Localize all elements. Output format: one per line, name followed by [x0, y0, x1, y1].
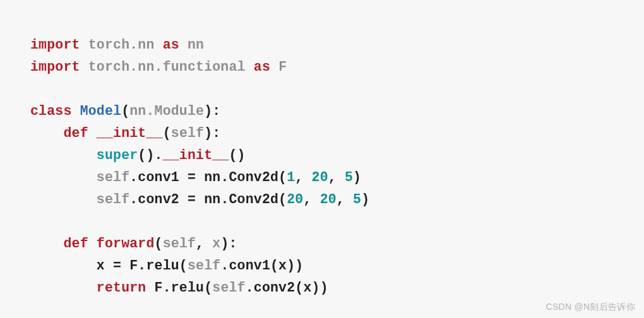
kw-def: def — [63, 126, 88, 141]
dot: . — [246, 280, 254, 295]
paren-close-colon: ): — [204, 126, 220, 141]
number: 20 — [320, 192, 337, 207]
line-5: def __init__(self): — [30, 126, 220, 141]
attr-assign: conv2 = nn.Conv2d( — [138, 192, 287, 207]
paren-open: ( — [155, 236, 163, 251]
param-self: self — [171, 126, 204, 141]
paren-close: ) — [361, 192, 369, 207]
number: 1 — [287, 170, 295, 185]
parens: () — [229, 148, 245, 163]
dot: . — [220, 258, 229, 273]
number: 5 — [353, 192, 361, 207]
line-11: x = F.relu(self.conv1(x)) — [30, 258, 303, 273]
kw-import: import — [30, 59, 80, 74]
method-call: conv1(x)) — [229, 258, 303, 273]
kw-return: return — [97, 280, 146, 295]
kw-as: as — [163, 37, 179, 52]
self: self — [188, 258, 220, 273]
line-12: return F.relu(self.conv2(x)) — [30, 280, 328, 295]
class-name: Model — [80, 103, 122, 119]
dot: . — [129, 170, 138, 185]
line-4: class Model(nn.Module): — [30, 103, 220, 119]
number: 20 — [287, 192, 303, 207]
number: 20 — [312, 170, 328, 185]
watermark: CSDN @N刻后告诉你 — [546, 302, 635, 313]
kw-as: as — [254, 59, 270, 74]
code-block: import torch.nn as nn import torch.nn.fu… — [0, 0, 644, 318]
alias: F — [278, 59, 287, 74]
self: self — [97, 170, 129, 185]
comma: , — [328, 170, 345, 185]
paren-open: ( — [121, 103, 129, 119]
number: 5 — [345, 170, 353, 185]
comma: , — [337, 192, 353, 207]
call-dot: (). — [138, 148, 162, 163]
kw-def: def — [63, 236, 88, 251]
module: torch.nn — [88, 37, 155, 52]
paren-close-colon: ): — [220, 236, 237, 251]
comma: , — [303, 192, 319, 207]
func-name: __init__ — [163, 148, 229, 163]
line-1: import torch.nn as nn — [30, 37, 204, 52]
comma: , — [196, 236, 212, 251]
alias: nn — [188, 37, 204, 52]
self: self — [212, 280, 245, 295]
comma: , — [295, 170, 311, 185]
base-class: nn.Module — [129, 103, 204, 119]
module: torch.nn.functional — [88, 59, 246, 74]
func-name: __init__ — [97, 126, 163, 141]
paren-close: ) — [353, 170, 361, 185]
kw-import: import — [30, 37, 80, 52]
line-7: self.conv1 = nn.Conv2d(1, 20, 5) — [30, 170, 361, 185]
kw-class: class — [30, 103, 72, 119]
attr-assign: conv1 = nn.Conv2d( — [138, 170, 287, 185]
line-2: import torch.nn.functional as F — [30, 59, 287, 74]
call: F.relu( — [146, 280, 212, 295]
paren-open: ( — [163, 126, 171, 141]
method-call: conv2(x)) — [254, 280, 328, 295]
param-x: x — [212, 236, 220, 251]
param-self: self — [163, 236, 196, 251]
builtin-super: super — [97, 148, 138, 163]
self: self — [97, 192, 129, 207]
lhs-call: x = F.relu( — [97, 258, 188, 273]
dot: . — [129, 192, 138, 207]
line-8: self.conv2 = nn.Conv2d(20, 20, 5) — [30, 192, 369, 207]
func-name: forward — [97, 236, 155, 251]
line-6: super().__init__() — [30, 148, 246, 163]
paren-close-colon: ): — [204, 103, 220, 119]
line-10: def forward(self, x): — [30, 236, 237, 251]
